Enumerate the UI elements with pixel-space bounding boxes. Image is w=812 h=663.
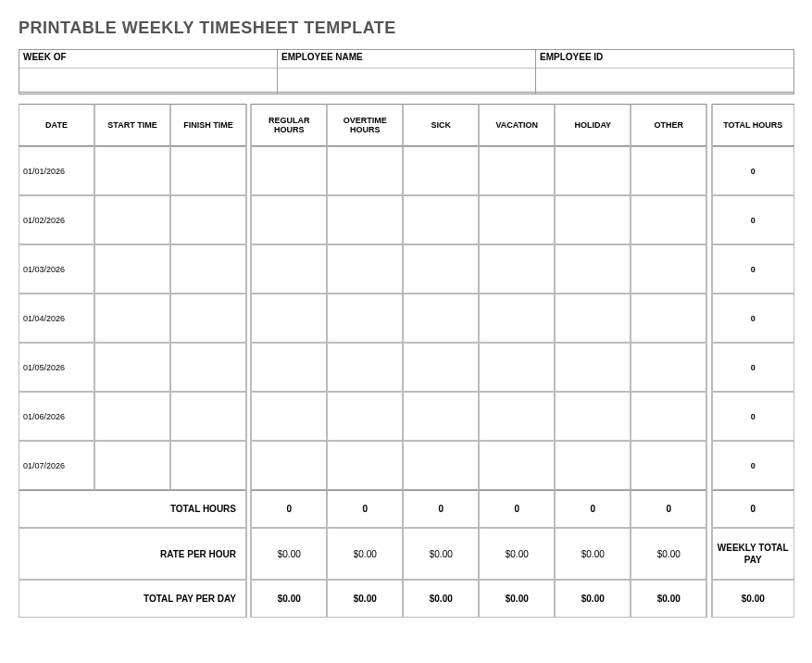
overtime-input[interactable] xyxy=(330,362,400,372)
vacation-input[interactable] xyxy=(481,215,552,225)
regular-cell[interactable] xyxy=(251,244,327,294)
start-input[interactable] xyxy=(97,411,168,421)
holiday-input[interactable] xyxy=(557,215,628,225)
overtime-input[interactable] xyxy=(330,460,400,470)
finish-input[interactable] xyxy=(173,215,244,225)
week-of-input[interactable] xyxy=(19,69,277,94)
regular-input[interactable] xyxy=(254,264,324,274)
vacation-cell[interactable] xyxy=(479,392,555,441)
sick-input[interactable] xyxy=(406,313,476,323)
finish-input[interactable] xyxy=(173,166,244,176)
holiday-input[interactable] xyxy=(557,362,628,372)
vacation-input[interactable] xyxy=(481,411,552,421)
other-input[interactable] xyxy=(633,264,704,274)
vacation-input[interactable] xyxy=(481,362,552,372)
other-cell[interactable] xyxy=(631,195,706,244)
sick-cell[interactable] xyxy=(403,294,479,343)
overtime-input[interactable] xyxy=(330,313,400,323)
holiday-cell[interactable] xyxy=(555,195,631,244)
sick-input[interactable] xyxy=(406,460,476,470)
start-cell[interactable] xyxy=(94,244,170,294)
finish-input[interactable] xyxy=(173,313,244,323)
other-cell[interactable] xyxy=(631,294,706,343)
regular-input[interactable] xyxy=(254,411,324,421)
other-cell[interactable] xyxy=(631,392,706,441)
other-cell[interactable] xyxy=(631,343,706,392)
holiday-input[interactable] xyxy=(557,166,628,176)
finish-input[interactable] xyxy=(173,411,244,421)
overtime-cell[interactable] xyxy=(327,392,403,441)
sick-input[interactable] xyxy=(406,215,476,225)
other-input[interactable] xyxy=(633,362,704,372)
vacation-cell[interactable] xyxy=(479,146,555,195)
sick-cell[interactable] xyxy=(403,343,479,392)
finish-input[interactable] xyxy=(173,362,244,372)
overtime-cell[interactable] xyxy=(327,294,403,343)
overtime-cell[interactable] xyxy=(327,441,403,490)
regular-input[interactable] xyxy=(254,166,324,176)
finish-cell[interactable] xyxy=(170,244,246,294)
vacation-input[interactable] xyxy=(481,460,552,470)
finish-input[interactable] xyxy=(173,264,244,274)
holiday-cell[interactable] xyxy=(555,392,631,441)
overtime-input[interactable] xyxy=(330,264,400,274)
overtime-cell[interactable] xyxy=(327,195,403,244)
other-cell[interactable] xyxy=(631,146,706,195)
sick-cell[interactable] xyxy=(403,392,479,441)
employee-name-input[interactable] xyxy=(278,69,535,94)
start-cell[interactable] xyxy=(94,392,170,441)
other-input[interactable] xyxy=(633,166,704,176)
start-cell[interactable] xyxy=(94,441,170,490)
holiday-cell[interactable] xyxy=(555,146,631,195)
regular-cell[interactable] xyxy=(251,195,327,244)
vacation-input[interactable] xyxy=(481,166,552,176)
vacation-input[interactable] xyxy=(481,264,552,274)
vacation-cell[interactable] xyxy=(479,294,555,343)
vacation-input[interactable] xyxy=(481,313,552,323)
sick-cell[interactable] xyxy=(403,146,479,195)
holiday-cell[interactable] xyxy=(555,294,631,343)
vacation-cell[interactable] xyxy=(479,244,555,294)
other-cell[interactable] xyxy=(631,244,706,294)
finish-cell[interactable] xyxy=(170,441,246,490)
sick-input[interactable] xyxy=(406,166,476,176)
vacation-cell[interactable] xyxy=(479,441,555,490)
start-cell[interactable] xyxy=(94,294,170,343)
regular-input[interactable] xyxy=(254,362,324,372)
holiday-input[interactable] xyxy=(557,411,628,421)
other-input[interactable] xyxy=(633,460,704,470)
finish-cell[interactable] xyxy=(170,195,246,244)
finish-input[interactable] xyxy=(173,460,244,470)
other-cell[interactable] xyxy=(631,441,706,490)
start-cell[interactable] xyxy=(94,146,170,195)
regular-input[interactable] xyxy=(254,215,324,225)
finish-cell[interactable] xyxy=(170,146,246,195)
vacation-cell[interactable] xyxy=(479,195,555,244)
holiday-input[interactable] xyxy=(557,313,628,323)
holiday-cell[interactable] xyxy=(555,343,631,392)
start-cell[interactable] xyxy=(94,195,170,244)
finish-cell[interactable] xyxy=(170,294,246,343)
other-input[interactable] xyxy=(633,313,704,323)
sick-cell[interactable] xyxy=(403,195,479,244)
overtime-input[interactable] xyxy=(330,166,400,176)
regular-cell[interactable] xyxy=(251,294,327,343)
regular-input[interactable] xyxy=(254,313,324,323)
start-input[interactable] xyxy=(97,166,168,176)
sick-input[interactable] xyxy=(406,411,476,421)
overtime-input[interactable] xyxy=(330,215,400,225)
sick-input[interactable] xyxy=(406,362,476,372)
start-input[interactable] xyxy=(97,313,168,323)
holiday-cell[interactable] xyxy=(555,441,631,490)
finish-cell[interactable] xyxy=(170,392,246,441)
sick-cell[interactable] xyxy=(403,244,479,294)
other-input[interactable] xyxy=(633,215,704,225)
overtime-cell[interactable] xyxy=(327,244,403,294)
start-input[interactable] xyxy=(97,362,168,372)
overtime-cell[interactable] xyxy=(327,146,403,195)
regular-cell[interactable] xyxy=(251,146,327,195)
employee-id-input[interactable] xyxy=(536,69,793,94)
other-input[interactable] xyxy=(633,411,704,421)
start-input[interactable] xyxy=(97,460,168,470)
holiday-cell[interactable] xyxy=(555,244,631,294)
